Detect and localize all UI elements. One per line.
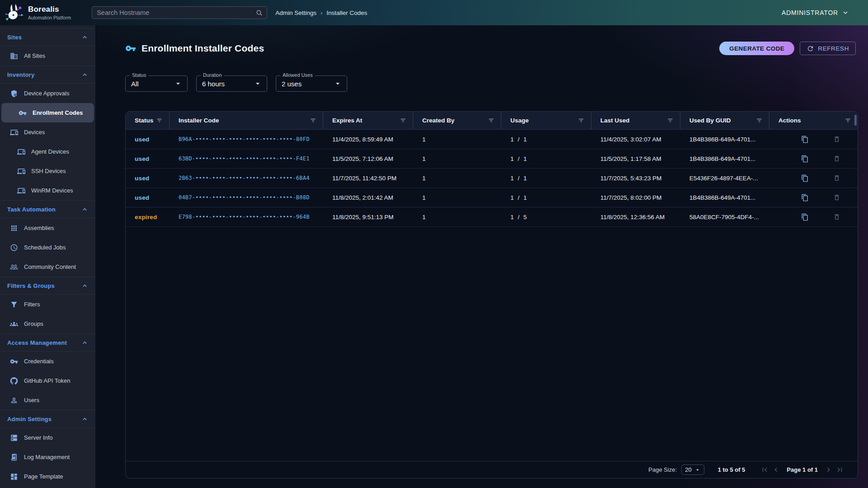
filter-list-icon[interactable] xyxy=(667,117,674,124)
created-by-cell: 1 xyxy=(413,155,501,162)
created-by-cell: 1 xyxy=(413,175,501,182)
filter-list-icon[interactable] xyxy=(400,117,406,124)
sidebar-item-groups[interactable]: Groups xyxy=(0,314,95,333)
delete-icon[interactable] xyxy=(832,212,841,221)
sidebar-item-enrollment-codes[interactable]: Enrollment Codes xyxy=(1,103,94,122)
actions-cell xyxy=(769,135,858,144)
filter-list-icon[interactable] xyxy=(488,117,495,124)
copy-icon[interactable] xyxy=(800,135,810,144)
last-used-cell: 11/7/2025, 8:02:00 PM xyxy=(591,194,680,201)
page-info-label: Page 1 of 1 xyxy=(787,466,818,473)
sidebar-item-label: All Sites xyxy=(24,52,45,59)
sidebar-item-filters[interactable]: Filters xyxy=(0,295,95,314)
sidebar-item-community-content[interactable]: Community Content xyxy=(0,257,95,277)
status-cell: used xyxy=(126,136,170,143)
column-header-created-by: Created By xyxy=(413,112,501,129)
sidebar-item-device-approvals[interactable]: Device Approvals xyxy=(0,84,95,103)
actions-cell xyxy=(769,212,858,222)
github-icon xyxy=(10,377,18,385)
sidebar-item-label: Groups xyxy=(24,320,43,327)
refresh-button[interactable]: REFRESH xyxy=(800,42,856,55)
user-menu[interactable]: ADMINISTRATOR xyxy=(782,9,849,16)
delete-icon[interactable] xyxy=(832,174,841,183)
sidebar-item-scheduled-jobs[interactable]: Scheduled Jobs xyxy=(0,238,95,257)
sidebar-section-sites[interactable]: Sites xyxy=(0,28,95,46)
sidebar-item-page-template[interactable]: Page Template xyxy=(0,467,95,486)
copy-icon[interactable] xyxy=(800,174,810,183)
chevron-up-icon xyxy=(81,339,88,346)
allowed-uses-filter-select[interactable]: Allowed Uses 2 uses xyxy=(276,75,347,92)
copy-icon[interactable] xyxy=(800,154,810,164)
devices-icon xyxy=(17,148,25,156)
sidebar-item-assemblies[interactable]: Assemblies xyxy=(0,218,95,238)
section-title: Filters & Groups xyxy=(7,282,55,289)
sidebar-item-github-api-token[interactable]: GitHub API Token xyxy=(0,371,95,390)
status-cell: used xyxy=(126,155,170,162)
column-header-actions: Actions xyxy=(769,112,858,129)
user-menu-label: ADMINISTRATOR xyxy=(782,9,838,16)
sidebar-item-ssh-devices[interactable]: SSH Devices xyxy=(0,161,95,181)
sidebar-item-server-info[interactable]: Server Info xyxy=(0,428,95,447)
sidebar-section-access-management[interactable]: Access Management xyxy=(0,333,95,352)
delete-icon[interactable] xyxy=(832,154,841,163)
delete-icon[interactable] xyxy=(832,135,841,144)
sidebar-section-filters-groups[interactable]: Filters & Groups xyxy=(0,277,95,295)
chevron-up-icon xyxy=(81,34,88,41)
sidebar-item-devices[interactable]: Devices xyxy=(0,122,95,142)
server-icon xyxy=(10,434,18,442)
devices-icon xyxy=(10,128,18,136)
delete-icon[interactable] xyxy=(832,193,841,202)
sidebar-section-task-automation[interactable]: Task Automation xyxy=(0,200,95,218)
sidebar-item-label: Page Template xyxy=(24,473,63,480)
key-icon xyxy=(125,43,136,54)
filter-list-icon[interactable] xyxy=(756,117,763,124)
actions-cell xyxy=(769,154,858,164)
copy-icon[interactable] xyxy=(800,212,810,222)
usage-cell: 1 / 1 xyxy=(501,175,591,182)
last-page-icon[interactable] xyxy=(835,465,844,474)
sidebar-item-label: Devices xyxy=(24,129,45,136)
dashboard-icon xyxy=(10,473,18,481)
sidebar-item-label: GitHub API Token xyxy=(24,377,70,384)
breadcrumb-parent[interactable]: Admin Settings xyxy=(275,9,316,16)
sidebar-item-credentials[interactable]: Credentials xyxy=(0,352,95,371)
usage-cell: 1 / 1 xyxy=(501,136,591,143)
duration-filter-value: 6 hours xyxy=(202,80,225,88)
previous-page-icon[interactable] xyxy=(772,465,780,474)
generate-code-button[interactable]: GENERATE CODE xyxy=(719,42,794,55)
filter-list-icon[interactable] xyxy=(156,117,163,124)
dropdown-arrow-icon xyxy=(694,467,701,473)
vertical-scrollbar[interactable] xyxy=(854,115,857,126)
sidebar-item-winrm-devices[interactable]: WinRM Devices xyxy=(0,181,95,200)
sidebar-item-label: Log Management xyxy=(24,454,70,460)
page-size-select[interactable]: 20 xyxy=(681,465,704,475)
last-used-cell: 11/4/2025, 3:02:07 AM xyxy=(591,136,680,143)
hostname-search[interactable] xyxy=(92,6,267,19)
sidebar-section-inventory[interactable]: Inventory xyxy=(0,66,95,84)
section-title: Task Automation xyxy=(7,206,56,213)
status-filter-select[interactable]: Status All xyxy=(125,75,188,92)
filter-list-icon[interactable] xyxy=(310,117,316,124)
duration-filter-select[interactable]: Duration 6 hours xyxy=(196,75,267,92)
copy-icon[interactable] xyxy=(800,193,810,202)
groups-icon xyxy=(10,320,18,328)
expires-at-cell: 11/7/2025, 11:42:50 PM xyxy=(323,175,413,182)
log-icon xyxy=(10,453,18,461)
sidebar-item-log-management[interactable]: Log Management xyxy=(0,447,95,467)
next-page-icon[interactable] xyxy=(824,465,833,474)
filter-list-icon[interactable] xyxy=(578,117,585,124)
sidebar-section-admin-settings[interactable]: Admin Settings xyxy=(0,410,95,428)
last-used-cell: 11/5/2025, 1:17:58 AM xyxy=(591,155,680,162)
breadcrumb-current[interactable]: Installer Codes xyxy=(326,9,367,16)
devices-icon xyxy=(17,167,25,175)
person-icon xyxy=(10,396,18,404)
filter-list-icon[interactable] xyxy=(844,117,851,124)
first-page-icon[interactable] xyxy=(760,465,769,474)
section-title: Inventory xyxy=(7,71,34,78)
sidebar-item-agent-devices[interactable]: Agent Devices xyxy=(0,142,95,161)
row-range-label: 1 to 5 of 5 xyxy=(718,466,745,473)
search-input[interactable] xyxy=(92,9,267,16)
sidebar-item-all-sites[interactable]: All Sites xyxy=(0,46,95,66)
sidebar-item-users[interactable]: Users xyxy=(0,390,95,410)
last-used-cell: 11/7/2025, 5:43:23 PM xyxy=(591,175,680,182)
